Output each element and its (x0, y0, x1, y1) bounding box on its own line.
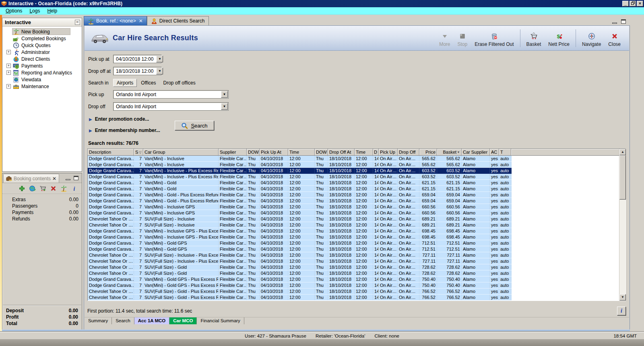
search-in-option-drop-off-offices[interactable]: Drop off offices (160, 79, 198, 86)
tree-expand-icon[interactable]: + (6, 84, 11, 89)
erase-filtered-out-button[interactable]: Erase Filtered Out (472, 31, 516, 48)
booking-contents-tab[interactable]: Booking contents ✕ (3, 174, 59, 183)
bottom-tab-summary[interactable]: Summary (85, 317, 112, 324)
basket-button[interactable]: Basket (524, 31, 544, 48)
minimize-button[interactable]: _ (622, 1, 629, 6)
pickup-combo[interactable]: Orlando Intl Airport ▼ (113, 90, 229, 99)
table-row[interactable]: Dodge Grand Carava…7Van(Mini) - Inclusiv… (88, 168, 512, 174)
dropdown-arrow-icon[interactable]: ▼ (221, 103, 228, 110)
booking-contents-close-icon[interactable]: ✕ (52, 176, 56, 181)
column-header-price[interactable]: Price (419, 149, 437, 156)
column-header-dow1[interactable]: DOW (247, 149, 260, 156)
dropoff-combo[interactable]: Orlando Intl Airport ▼ (113, 102, 229, 111)
pickup-at-combo[interactable]: 04/10/2018 12:00 ▼ (113, 55, 161, 63)
table-row[interactable]: Dodge Grand Carava…7Van(Mini) - Inclusiv… (88, 204, 512, 210)
tree-expand-icon[interactable]: + (6, 64, 11, 68)
table-row[interactable]: Chevrolet Tahoe Or …7SUV(Full Size) - In… (88, 252, 512, 258)
add-button[interactable] (19, 185, 25, 192)
close-window-button[interactable]: × (637, 1, 643, 6)
navigate-button[interactable]: Navigate (579, 31, 604, 48)
column-header-d[interactable]: D (373, 149, 379, 156)
table-row[interactable]: Dodge Grand Carava…7Van(Mini) - GoldFlex… (88, 186, 512, 192)
table-row[interactable]: Dodge Grand Carava…7Van(Mini) - Inclusiv… (88, 162, 512, 168)
dropdown-arrow-icon[interactable]: ▼ (156, 68, 163, 74)
sidebar-item-viewdata[interactable]: Viewdata (2, 76, 82, 83)
table-row[interactable]: Dodge Grand Carava…7Van(Mini) - GoldFlex… (88, 180, 512, 186)
tree-expand-icon[interactable]: + (6, 70, 11, 75)
tab-close-icon[interactable]: ✕ (138, 18, 143, 24)
table-row[interactable]: Dodge Grand Carava…7Van(Mini) - Gold GPS… (88, 276, 512, 282)
holiday-button[interactable] (60, 185, 67, 192)
recent-button[interactable] (29, 185, 36, 192)
table-row[interactable]: Chevrolet Tahoe Or …7SUV(Full Size) - Go… (88, 270, 512, 276)
sidebar-item-direct-clients[interactable]: Direct Clients (2, 56, 82, 62)
search-in-option-offices[interactable]: Offices (138, 79, 159, 86)
scrollbar-thumb[interactable] (619, 155, 626, 200)
delete-button[interactable] (50, 185, 57, 192)
scrollbar-track[interactable] (619, 200, 625, 294)
column-header-pickup[interactable]: Pick Up (379, 149, 398, 156)
menu-item-help[interactable]: Help (44, 8, 60, 14)
table-row[interactable]: Dodge Grand Carava…7Van(Mini) - Inclusiv… (88, 174, 512, 180)
table-row[interactable]: Dodge Grand Carava…7Van(Mini) - Inclusiv… (88, 234, 512, 240)
panel-collapse-button[interactable]: − (75, 20, 80, 25)
column-header-time1[interactable]: Time (288, 149, 315, 156)
table-row[interactable]: Dodge Grand Carava…7Van(Mini) - Gold GPS… (88, 246, 512, 252)
column-header-ac[interactable]: AC (490, 149, 499, 156)
table-row[interactable]: Chevrolet Tahoe Or …7SUV(Full Size) - In… (88, 258, 512, 264)
table-row[interactable]: Chevrolet Tahoe Or …7SUV(Full Size) - Go… (88, 264, 512, 270)
close-button[interactable]: Close (605, 31, 623, 48)
sidebar-item-completed-bookings[interactable]: $Completed Bookings (2, 35, 82, 42)
search-in-option-airports[interactable]: Airports (113, 79, 137, 87)
restore-button[interactable] (630, 1, 636, 6)
panel-minimize-button[interactable] (66, 179, 70, 180)
sidebar-item-reporting-and-analytics[interactable]: +↓Reporting and Analytics (2, 69, 82, 76)
column-header-car_supplier[interactable]: Car Supplier (462, 149, 490, 156)
filter-icon[interactable] (139, 150, 142, 154)
menu-item-options[interactable]: Options (2, 8, 25, 14)
panel-maximize-button[interactable] (621, 19, 626, 24)
bottom-tab-financial-summary[interactable]: Financial Summary (197, 317, 244, 324)
column-header-basket[interactable]: Basket▼ (437, 149, 462, 156)
panel-minimize-button[interactable] (612, 23, 617, 24)
dropdown-arrow-icon[interactable]: ▼ (156, 56, 163, 62)
dropoff-at-combo[interactable]: 18/10/2018 12:00 ▼ (113, 67, 161, 75)
info-button[interactable]: i (617, 307, 626, 315)
column-header-supplier[interactable]: Supplier (219, 149, 247, 156)
column-header-pickup_at[interactable]: Pick Up At (260, 149, 288, 156)
column-header-dropoff[interactable]: Drop Off (398, 149, 419, 156)
to-basket-button[interactable] (39, 185, 46, 192)
table-row[interactable]: Chevrolet Tahoe Or …7SUV(Full Size) - Go… (88, 295, 512, 301)
table-row[interactable]: Dodge Grand Carava…7Van(Mini) - Inclusiv… (88, 156, 512, 162)
scroll-up-icon[interactable]: ▲ (619, 149, 626, 155)
table-row[interactable]: Dodge Grand Carava…7Van(Mini) - Gold - P… (88, 192, 512, 198)
sidebar-item-administrator[interactable]: +Administrator (2, 49, 82, 56)
sidebar-item-new-booking[interactable]: New Booking (2, 28, 82, 35)
menu-item-logs[interactable]: Logs (26, 8, 43, 14)
panel-maximize-button[interactable] (74, 176, 78, 180)
info-button[interactable]: i (71, 185, 78, 192)
column-header-time2[interactable]: Time (355, 149, 373, 156)
search-button[interactable]: Search (175, 121, 214, 130)
nett-price-button[interactable]: $Nett Price (545, 31, 572, 48)
tab-direct-clients-search[interactable]: Direct Clients Search (147, 16, 209, 25)
table-row[interactable]: Dodge Grand Carava…7Van(Mini) - Gold GPS… (88, 282, 512, 288)
column-header-car_group[interactable]: Car Group (143, 149, 219, 156)
table-row[interactable]: Chevrolet Tahoe Or …7SUV(Full Size) - In… (88, 222, 512, 228)
sidebar-item-maintenance[interactable]: +Maintenance (2, 83, 82, 90)
bottom-tab-car-mco[interactable]: Car MCO (169, 317, 197, 324)
table-row[interactable]: Dodge Grand Carava…7Van(Mini) - Gold GPS… (88, 240, 512, 246)
scroll-down-icon[interactable]: ▼ (619, 294, 626, 301)
column-header-description[interactable]: Description (88, 149, 134, 156)
column-header-dow2[interactable]: DOW (315, 149, 328, 156)
table-row[interactable]: Chevrolet Tahoe Or …7SUV(Full Size) - Go… (88, 288, 512, 295)
bottom-tab-search[interactable]: Search (112, 317, 134, 324)
sidebar-item-quick-quotes[interactable]: Quick Quotes (2, 42, 82, 49)
bottom-tab-acc-1a-mco[interactable]: Acc 1A MCO (134, 317, 170, 324)
tab-book-ref-none-[interactable]: Book. ref.: <none>✕ (84, 16, 147, 25)
sidebar-item-payments[interactable]: +$Payments (2, 62, 82, 69)
column-header-s[interactable]: S (134, 149, 143, 156)
table-row[interactable]: Dodge Grand Carava…7Van(Mini) - Gold - P… (88, 198, 512, 204)
column-header-t[interactable]: T (499, 149, 511, 156)
table-row[interactable]: Dodge Grand Carava…7Van(Mini) - Inclusiv… (88, 210, 512, 216)
